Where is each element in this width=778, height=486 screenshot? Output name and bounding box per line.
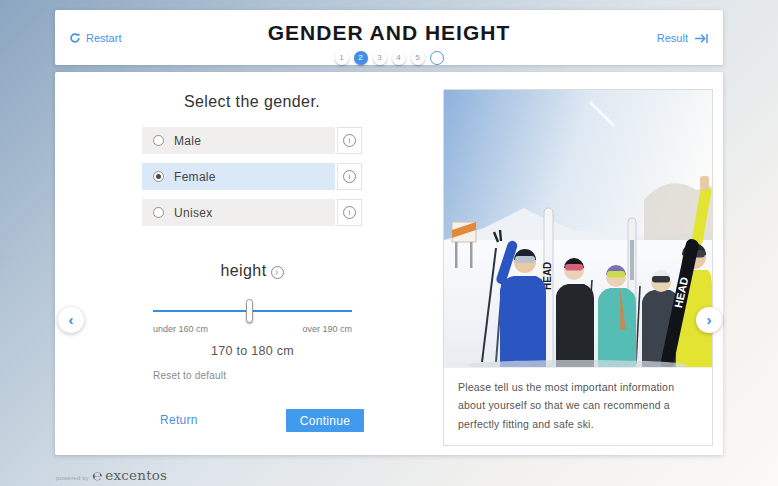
- radio-selected-dot: [156, 174, 161, 179]
- powered-by-label: powered by: [56, 475, 89, 481]
- step-5[interactable]: 5: [411, 51, 425, 65]
- step-4[interactable]: 4: [392, 51, 406, 65]
- info-icon: i: [343, 134, 356, 147]
- reset-to-default-link[interactable]: Reset to default: [153, 370, 226, 381]
- info-icon: i: [343, 206, 356, 219]
- slider-handle[interactable]: [246, 299, 253, 323]
- radio-male[interactable]: [153, 135, 164, 146]
- slider-max-label: over 190 cm: [302, 324, 352, 334]
- excentos-logo-mark: ℮: [92, 469, 102, 483]
- step-1[interactable]: 1: [335, 51, 349, 65]
- carousel-prev-button[interactable]: ‹: [58, 307, 84, 333]
- gender-option-male-info-button[interactable]: i: [337, 127, 362, 154]
- gender-option-female-info-button[interactable]: i: [337, 163, 362, 190]
- gender-option-unisex-info-button[interactable]: i: [337, 199, 362, 226]
- gender-option-unisex[interactable]: Unisex i: [142, 199, 362, 226]
- gender-option-female[interactable]: Female i: [142, 163, 362, 190]
- media-panel: HEAD: [443, 89, 713, 446]
- result-button[interactable]: Result: [657, 32, 709, 44]
- height-info-icon[interactable]: i: [271, 266, 284, 279]
- result-label: Result: [657, 32, 688, 44]
- slider-min-label: under 160 cm: [153, 324, 208, 334]
- gender-option-unisex-main[interactable]: Unisex: [142, 199, 335, 226]
- gender-question-heading: Select the gender.: [142, 93, 362, 111]
- skiers-photo: HEAD: [444, 90, 712, 367]
- radio-unisex[interactable]: [153, 207, 164, 218]
- media-caption: Please tell us the most important inform…: [444, 367, 712, 445]
- carousel-next-button[interactable]: ›: [696, 307, 722, 333]
- main-card: ‹ › Select the gender. Male i Female: [55, 72, 723, 455]
- step-3[interactable]: 3: [373, 51, 387, 65]
- step-indicator: 1 2 3 4 5: [55, 51, 723, 65]
- header-card: Restart GENDER AND HEIGHT 1 2 3 4 5 Resu…: [55, 10, 723, 65]
- height-label: height: [221, 262, 267, 279]
- step-2[interactable]: 2: [354, 51, 368, 65]
- radio-female[interactable]: [153, 171, 164, 182]
- footer-brand: powered by ℮ excentos: [56, 467, 167, 483]
- gender-option-male[interactable]: Male i: [142, 127, 362, 154]
- app-background: Restart GENDER AND HEIGHT 1 2 3 4 5 Resu…: [0, 0, 778, 486]
- gender-option-female-main[interactable]: Female: [142, 163, 335, 190]
- gender-option-male-label: Male: [174, 134, 201, 148]
- continue-button[interactable]: Continue: [286, 409, 364, 432]
- page-title: GENDER AND HEIGHT: [55, 21, 723, 45]
- skip-to-end-icon: [694, 33, 709, 44]
- gender-option-unisex-label: Unisex: [174, 206, 212, 220]
- excentos-logo-text: excentos: [105, 467, 167, 483]
- height-heading: heighti: [142, 262, 362, 280]
- gender-option-male-main[interactable]: Male: [142, 127, 335, 154]
- gender-option-female-label: Female: [174, 170, 216, 184]
- info-icon: i: [343, 170, 356, 183]
- return-link[interactable]: Return: [160, 413, 198, 427]
- step-result[interactable]: [430, 51, 444, 65]
- slider-value: 170 to 180 cm: [153, 344, 352, 358]
